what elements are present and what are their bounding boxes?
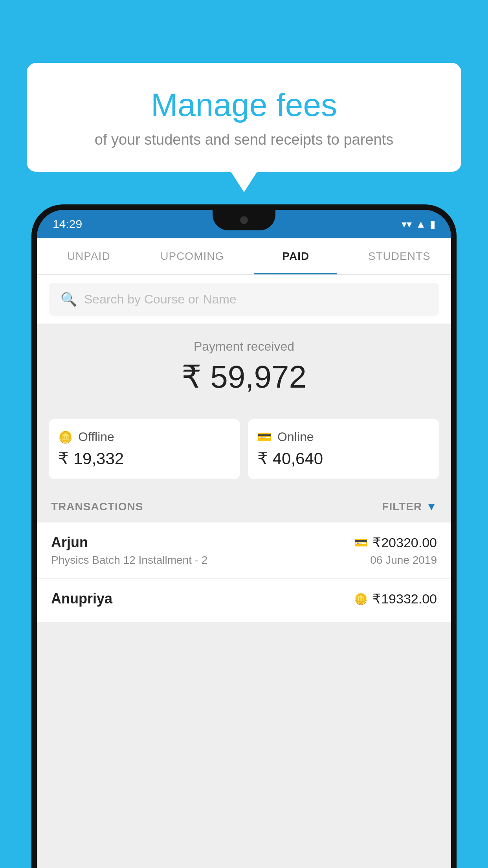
- table-row[interactable]: Arjun 💳 ₹20320.00 Physics Batch 12 Insta…: [37, 522, 451, 579]
- phone-inner: 14:29 ▾▾ ▲ ▮ ← Payments ⚙ + UNPAID: [37, 210, 451, 868]
- wifi-icon: ▾▾: [402, 218, 412, 230]
- phone-content: UNPAID UPCOMING PAID STUDENTS 🔍 Search b…: [37, 238, 451, 868]
- transactions-header: TRANSACTIONS FILTER ▼: [37, 491, 451, 522]
- card-payment-icon-1: 💳: [354, 536, 368, 549]
- payment-received-label: Payment received: [49, 339, 439, 354]
- camera-dot: [240, 216, 248, 224]
- online-card: 💳 Online ₹ 40,640: [248, 419, 439, 479]
- search-icon: 🔍: [61, 291, 77, 307]
- online-amount: ₹ 40,640: [257, 449, 430, 468]
- offline-label: Offline: [78, 430, 114, 444]
- tab-paid[interactable]: PAID: [244, 238, 348, 274]
- bubble-title: Manage fees: [58, 86, 430, 123]
- transaction-bottom-1: Physics Batch 12 Installment - 2 06 June…: [51, 554, 437, 566]
- online-label: Online: [277, 430, 314, 444]
- tab-upcoming[interactable]: UPCOMING: [141, 238, 244, 274]
- bubble-subtitle: of your students and send receipts to pa…: [58, 131, 430, 148]
- tabs: UNPAID UPCOMING PAID STUDENTS: [37, 238, 451, 275]
- online-card-header: 💳 Online: [257, 430, 430, 444]
- notch: [213, 210, 275, 230]
- speech-bubble: Manage fees of your students and send re…: [27, 63, 461, 172]
- status-bar: 14:29 ▾▾ ▲ ▮: [37, 210, 451, 238]
- transaction-amount-1: ₹20320.00: [372, 535, 437, 550]
- offline-card-header: 🪙 Offline: [58, 430, 231, 444]
- search-bar[interactable]: 🔍 Search by Course or Name: [49, 283, 439, 316]
- status-icons: ▾▾ ▲ ▮: [402, 218, 435, 230]
- online-icon: 💳: [257, 430, 272, 444]
- transaction-top-2: Anupriya 🪙 ₹19332.00: [51, 590, 437, 607]
- tab-students[interactable]: STUDENTS: [348, 238, 451, 274]
- transaction-amount-2: ₹19332.00: [372, 591, 437, 607]
- filter-label: FILTER: [382, 500, 422, 513]
- phone-frame: 14:29 ▾▾ ▲ ▮ ← Payments ⚙ + UNPAID: [31, 204, 457, 868]
- filter-button[interactable]: FILTER ▼: [382, 500, 437, 513]
- transaction-amount-row-2: 🪙 ₹19332.00: [354, 591, 437, 607]
- payment-cards: 🪙 Offline ₹ 19,332 💳 Online ₹ 40,640: [37, 419, 451, 491]
- payment-received: Payment received ₹ 59,972: [37, 324, 451, 419]
- filter-icon: ▼: [426, 500, 437, 513]
- transaction-top-1: Arjun 💳 ₹20320.00: [51, 534, 437, 551]
- transaction-name-2: Anupriya: [51, 590, 112, 607]
- table-row[interactable]: Anupriya 🪙 ₹19332.00: [37, 579, 451, 622]
- search-container: 🔍 Search by Course or Name: [37, 275, 451, 324]
- offline-amount: ₹ 19,332: [58, 449, 231, 468]
- transaction-date-1: 06 June 2019: [370, 554, 437, 566]
- transactions-label: TRANSACTIONS: [51, 500, 143, 513]
- transaction-name-1: Arjun: [51, 534, 88, 551]
- signal-icon: ▲: [416, 218, 426, 230]
- offline-card: 🪙 Offline ₹ 19,332: [49, 419, 240, 479]
- transaction-amount-row-1: 💳 ₹20320.00: [354, 535, 437, 550]
- tab-unpaid[interactable]: UNPAID: [37, 238, 141, 274]
- status-time: 14:29: [53, 217, 82, 231]
- cash-payment-icon-2: 🪙: [354, 592, 368, 605]
- offline-icon: 🪙: [58, 430, 73, 444]
- search-placeholder: Search by Course or Name: [84, 292, 237, 307]
- battery-icon: ▮: [430, 218, 435, 230]
- transaction-course-1: Physics Batch 12 Installment - 2: [51, 554, 207, 566]
- payment-total-amount: ₹ 59,972: [49, 359, 439, 395]
